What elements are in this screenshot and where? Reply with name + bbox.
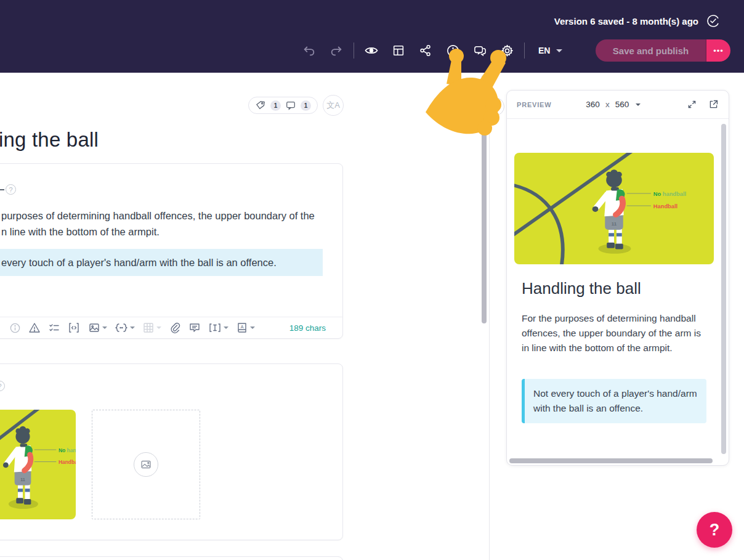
add-image-icon	[134, 452, 158, 477]
size-separator: x	[605, 100, 610, 109]
question-mark: ?	[710, 521, 720, 540]
main-scrollbar[interactable]	[482, 75, 487, 323]
chevron-down-icon	[250, 327, 255, 329]
highlight-text: every touch of a player's hand/arm with …	[0, 257, 277, 269]
editor-toolbar: A 189 chars	[0, 317, 343, 338]
body-text-line1: purposes of determining handball offence…	[1, 208, 334, 224]
slide-title: Handling the ball	[522, 279, 641, 298]
text-field-tool-button[interactable]	[204, 319, 232, 336]
chevron-down-icon	[556, 49, 562, 52]
top-navbar: Version 6 saved - 8 month(s) ago	[0, 0, 744, 73]
preview-label: PREVIEW	[517, 101, 551, 108]
chevron-down-icon	[102, 327, 107, 329]
chevron-down-icon	[636, 103, 641, 106]
share-button[interactable]	[412, 38, 439, 63]
preview-header: PREVIEW 360 x 560	[507, 91, 729, 119]
image-upload-placeholder[interactable]	[92, 410, 200, 519]
help-glyph: ?	[9, 186, 12, 193]
authoring-app: Version 6 saved - 8 month(s) ago	[0, 0, 744, 560]
table-tool-button[interactable]	[138, 319, 165, 336]
language-selector[interactable]: EN	[538, 46, 562, 55]
preview-width: 360	[586, 100, 600, 109]
expand-preview-button[interactable]	[687, 99, 697, 110]
variable-tool-button[interactable]	[111, 319, 138, 336]
save-and-publish-button[interactable]: Save and publish	[596, 39, 706, 62]
image-tool-button[interactable]	[84, 319, 111, 336]
redo-button[interactable]	[323, 38, 350, 63]
open-external-button[interactable]	[708, 99, 719, 110]
slide-callout: Not every touch of a player's hand/arm w…	[522, 379, 706, 423]
translate-button[interactable]: 文A	[323, 95, 344, 116]
preview-size-selector[interactable]: 360 x 560	[586, 100, 641, 109]
panel-divider	[489, 73, 490, 560]
toolbar-divider	[524, 43, 525, 59]
translate-icon: 文A	[326, 100, 340, 111]
highlight-block[interactable]: every touch of a player's hand/arm with …	[0, 249, 323, 276]
lesson-title: ing the ball	[0, 128, 99, 152]
undo-button[interactable]	[296, 38, 323, 63]
chevron-right-icon: >	[493, 102, 498, 112]
char-count: 189 chars	[289, 323, 326, 333]
code-block-tool-button[interactable]	[64, 319, 84, 336]
annotation-pill: 1 1	[248, 97, 318, 114]
comment-icon[interactable]	[285, 100, 296, 111]
body-text-line2: n line with the bottom of the armpit.	[1, 224, 334, 240]
slide-image	[514, 153, 714, 264]
settings-gear-button[interactable]	[493, 38, 520, 63]
save-publish-group: Save and publish •••	[596, 39, 730, 62]
chevron-down-icon	[224, 327, 228, 329]
warning-tool-button[interactable]	[25, 319, 44, 336]
checklist-tool-button[interactable]	[44, 319, 64, 336]
truncated-label-fragment	[0, 189, 4, 190]
glossary-tool-button[interactable]: A	[232, 319, 259, 336]
info-tool-button[interactable]	[5, 319, 25, 336]
tag-count-badge: 1	[270, 100, 281, 111]
preview-horizontal-scrollbar[interactable]	[509, 458, 713, 463]
preview-vertical-scrollbar[interactable]	[721, 124, 726, 454]
collapse-preview-button[interactable]: >	[486, 97, 504, 116]
toolbar-divider	[354, 43, 354, 59]
preview-eye-button[interactable]	[358, 38, 385, 63]
body-text[interactable]: purposes of determining handball offence…	[1, 208, 334, 240]
comments-button[interactable]	[466, 38, 493, 63]
saved-check-icon	[706, 14, 721, 28]
help-icon[interactable]: ?	[6, 184, 16, 195]
info-button[interactable]	[439, 38, 466, 63]
preview-height: 560	[615, 100, 629, 109]
note-tool-button[interactable]	[185, 319, 204, 336]
preview-panel: PREVIEW 360 x 560 Handling the ball For …	[506, 90, 729, 466]
version-status: Version 6 saved - 8 month(s) ago	[554, 16, 698, 26]
chevron-down-icon	[156, 327, 161, 329]
attachment-tool-button[interactable]	[165, 319, 185, 336]
slide-body: For the purposes of determining handball…	[522, 311, 702, 355]
comment-count-badge: 1	[301, 100, 311, 111]
image-thumbnail[interactable]	[0, 410, 76, 519]
more-options-button[interactable]: •••	[706, 39, 730, 62]
help-glyph: ?	[0, 383, 2, 390]
layout-button[interactable]	[385, 38, 412, 63]
next-block-card	[0, 556, 343, 560]
help-button[interactable]: ?	[697, 512, 732, 548]
chevron-down-icon	[130, 327, 135, 329]
svg-text:A: A	[240, 325, 243, 329]
tag-icon[interactable]	[255, 100, 266, 111]
language-label: EN	[538, 46, 550, 55]
